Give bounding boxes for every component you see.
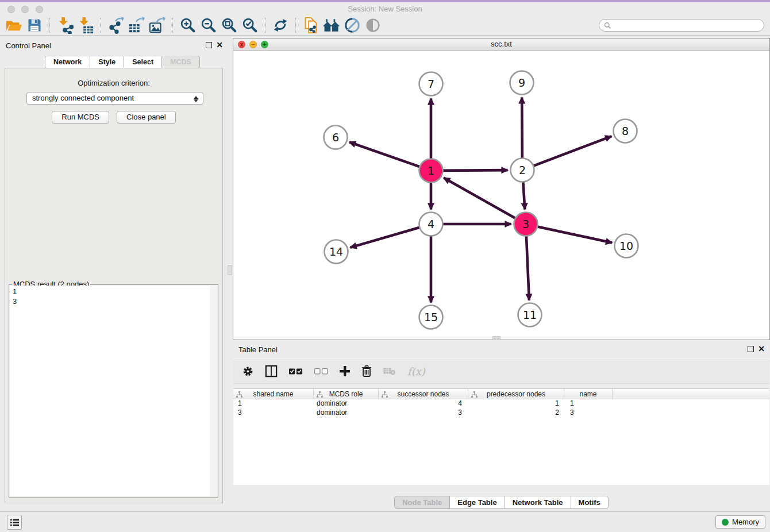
- table-cell[interactable]: 3: [564, 408, 613, 418]
- export-image-icon[interactable]: [147, 16, 168, 34]
- tab-node-table[interactable]: Node Table: [394, 496, 450, 509]
- minimize-window-button[interactable]: [21, 6, 29, 13]
- criterion-dropdown[interactable]: strongly connected component: [26, 92, 203, 105]
- clone-network-icon[interactable]: [301, 16, 321, 34]
- export-network-icon[interactable]: [106, 16, 126, 34]
- tab-network-table[interactable]: Network Table: [505, 496, 571, 509]
- run-mcds-button[interactable]: Run MCDS: [52, 111, 109, 124]
- style-icon[interactable]: [342, 16, 363, 34]
- columns-icon[interactable]: [265, 364, 278, 379]
- node-table[interactable]: shared nameMCDS rolesuccessor nodesprede…: [233, 388, 769, 485]
- table-cell[interactable]: dominator: [314, 408, 379, 418]
- graph-node-10[interactable]: 10: [615, 234, 638, 258]
- memory-button[interactable]: Memory: [715, 515, 765, 529]
- table-row[interactable]: 3dominator323: [233, 408, 769, 418]
- graph-edge-2-9[interactable]: [522, 97, 522, 159]
- graph-edge-4-14[interactable]: [350, 227, 420, 247]
- table-panel-header: Table Panel ✕: [233, 342, 770, 357]
- zoom-fit-icon[interactable]: [219, 16, 240, 34]
- graph-edge-3-1[interactable]: [444, 178, 516, 219]
- float-panel-icon[interactable]: [206, 42, 212, 48]
- tab-select[interactable]: Select: [124, 56, 162, 68]
- network-window-titlebar[interactable]: x − + scc.txt: [233, 38, 769, 51]
- graph-node-2[interactable]: 2: [511, 159, 534, 182]
- graph-edge-2-3[interactable]: [523, 181, 525, 209]
- column-header-successor-nodes[interactable]: successor nodes: [379, 389, 468, 399]
- mcds-result-box[interactable]: 1 3: [10, 286, 217, 496]
- close-view-button[interactable]: x: [238, 41, 245, 48]
- status-bar: Memory: [0, 511, 770, 532]
- column-header-shared-name[interactable]: shared name: [233, 389, 314, 399]
- graph-node-15[interactable]: 15: [419, 306, 443, 329]
- column-label: name: [579, 390, 596, 398]
- close-panel-button[interactable]: Close panel: [117, 111, 176, 124]
- table-cell[interactable]: 4: [379, 399, 468, 408]
- float-table-panel-icon[interactable]: [748, 346, 754, 352]
- table-cell[interactable]: 2: [468, 408, 564, 418]
- graph-node-3[interactable]: 3: [514, 213, 538, 236]
- task-history-button[interactable]: [7, 515, 22, 530]
- tab-network[interactable]: Network: [45, 56, 90, 68]
- close-table-panel-icon[interactable]: ✕: [758, 344, 765, 353]
- graph-edge-3-10[interactable]: [537, 226, 612, 242]
- graph-node-11[interactable]: 11: [518, 303, 542, 327]
- column-header-name[interactable]: name: [564, 389, 613, 399]
- layout-refresh-icon[interactable]: [270, 16, 291, 34]
- table-cell[interactable]: dominator: [314, 399, 379, 408]
- graph-node-14[interactable]: 14: [325, 240, 348, 264]
- column-header-predecessor-nodes[interactable]: predecessor nodes: [468, 389, 564, 399]
- tab-style[interactable]: Style: [90, 56, 124, 68]
- deselect-all-icon[interactable]: [314, 364, 328, 379]
- graph-edge-1-2[interactable]: [442, 170, 507, 171]
- result-scrollbar[interactable]: [210, 286, 217, 496]
- graph-edge-2-8[interactable]: [533, 136, 611, 166]
- zoom-out-icon[interactable]: [198, 16, 219, 34]
- graph-node-label: 9: [518, 76, 525, 89]
- table-panel-title: Table Panel: [238, 345, 278, 354]
- tab-mcds[interactable]: MCDS: [161, 56, 200, 68]
- table-cell[interactable]: 1: [233, 399, 314, 408]
- maximize-window-button[interactable]: [36, 6, 43, 13]
- zoom-in-icon[interactable]: [178, 16, 198, 34]
- graph-node-4[interactable]: 4: [419, 213, 443, 236]
- network-canvas[interactable]: 1234678910111415: [233, 51, 769, 340]
- vertical-splitter-grip[interactable]: [228, 265, 232, 275]
- trash-icon[interactable]: [361, 364, 372, 379]
- horizontal-splitter-grip[interactable]: [492, 336, 500, 340]
- graph-edge-1-6[interactable]: [349, 142, 421, 167]
- column-header-MCDS-role[interactable]: MCDS role: [314, 389, 379, 399]
- search-input[interactable]: [614, 21, 759, 29]
- home-icon[interactable]: [321, 16, 342, 34]
- tab-edge-table[interactable]: Edge Table: [449, 496, 505, 509]
- export-table-icon[interactable]: [126, 16, 147, 34]
- zoom-selected-icon[interactable]: [240, 16, 260, 34]
- select-all-icon[interactable]: [289, 364, 303, 379]
- table-cell[interactable]: 3: [233, 408, 314, 418]
- graph-node-label: 6: [332, 131, 339, 144]
- search-field[interactable]: [599, 19, 764, 32]
- table-toolbar: f(x): [233, 358, 769, 384]
- import-table-icon[interactable]: [75, 16, 96, 34]
- close-panel-icon[interactable]: ✕: [216, 40, 223, 49]
- graph-node-8[interactable]: 8: [614, 119, 637, 143]
- graph-node-6[interactable]: 6: [324, 126, 348, 149]
- close-window-button[interactable]: [7, 6, 15, 13]
- network-view-title: scc.txt: [233, 38, 769, 50]
- minimize-view-button[interactable]: −: [249, 41, 257, 48]
- table-cell[interactable]: 1: [468, 399, 564, 408]
- gear-icon[interactable]: [242, 364, 253, 379]
- graph-node-7[interactable]: 7: [419, 72, 443, 96]
- open-file-icon[interactable]: [3, 16, 24, 34]
- table-cell[interactable]: 1: [564, 399, 613, 408]
- graph-edge-3-11[interactable]: [526, 235, 529, 300]
- add-icon[interactable]: [340, 364, 350, 379]
- tab-motifs[interactable]: Motifs: [571, 496, 609, 509]
- table-row[interactable]: 1dominator411: [233, 399, 769, 408]
- graph-node-9[interactable]: 9: [510, 71, 534, 95]
- graph-node-1[interactable]: 1: [419, 159, 443, 183]
- zoom-view-button[interactable]: +: [261, 41, 268, 48]
- import-network-icon[interactable]: [55, 16, 75, 34]
- eye-icon[interactable]: [363, 16, 383, 34]
- table-cell[interactable]: 3: [379, 408, 468, 418]
- save-session-icon[interactable]: [24, 16, 45, 34]
